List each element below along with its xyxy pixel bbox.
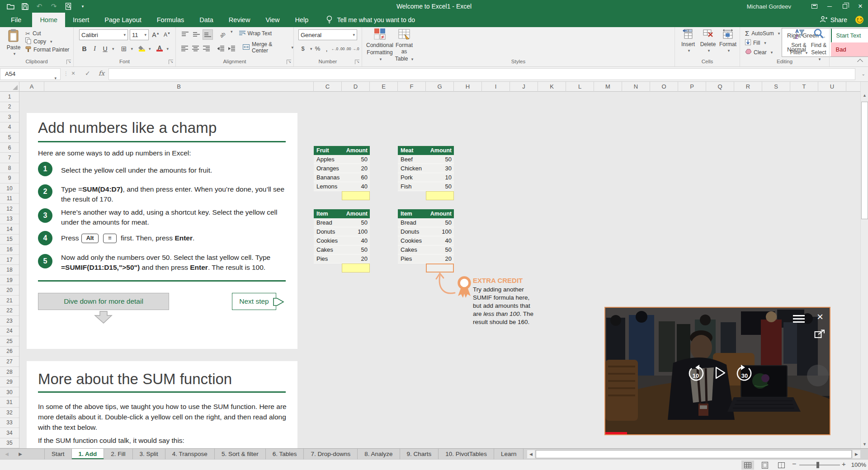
ribbon-tab-review[interactable]: Review — [221, 13, 258, 27]
hscroll-left-icon[interactable]: ◀ — [527, 450, 535, 458]
align-top-icon[interactable] — [180, 29, 190, 40]
expand-formula-bar-icon[interactable]: ⌄ — [862, 71, 865, 76]
sheet-tab-6-tables[interactable]: 6. Tables — [266, 449, 304, 459]
sheet-tab-5-sort-filter[interactable]: 5. Sort & filter — [215, 449, 266, 459]
copy-button[interactable]: Copy▾ — [25, 38, 69, 46]
zoom-in-icon[interactable]: + — [842, 460, 846, 468]
item-name-cell[interactable]: Fish — [398, 182, 426, 191]
amount-cell[interactable]: 60 — [342, 173, 370, 182]
page-layout-view-icon[interactable] — [759, 461, 771, 470]
fill-button[interactable]: Fill▾ — [745, 38, 780, 47]
amount-cell[interactable]: 100 — [426, 227, 454, 236]
find-select-button[interactable]: Find & Select ▾ — [809, 28, 829, 62]
ribbon-tab-insert[interactable]: Insert — [65, 13, 97, 27]
font-name-combo[interactable]: Calibri▾ — [79, 29, 128, 40]
video-rewind-10-icon[interactable]: 10 — [686, 365, 706, 385]
item-name-cell[interactable]: Cookies — [398, 236, 426, 245]
sheet-tab-start[interactable]: Start — [44, 449, 72, 459]
increase-decimal-button[interactable]: ←.0 .00 — [331, 43, 345, 54]
bold-button[interactable]: B — [79, 43, 90, 54]
sheet-tab-3-split[interactable]: 3. Split — [133, 449, 165, 459]
amount-cell[interactable]: 40 — [342, 236, 370, 245]
ribbon-tab-home[interactable]: Home — [32, 13, 65, 27]
save-icon[interactable] — [21, 2, 29, 10]
enter-check-icon[interactable]: ✓ — [85, 70, 90, 77]
ribbon-display-options-icon[interactable] — [807, 0, 822, 13]
amount-cell[interactable]: 50 — [426, 218, 454, 227]
amount-cell[interactable]: 50 — [342, 155, 370, 164]
sort-filter-button[interactable]: AZ Sort & Filter ▾ — [789, 28, 809, 56]
item-name-cell[interactable]: Bread — [314, 218, 342, 227]
amount-cell[interactable]: 50 — [342, 245, 370, 254]
align-left-icon[interactable] — [180, 43, 190, 54]
item-name-cell[interactable]: Bananas — [314, 173, 342, 182]
video-pop-out-icon[interactable] — [814, 329, 825, 340]
font-size-combo[interactable]: 11▾ — [130, 29, 149, 40]
customize-toolbar-icon[interactable]: ▾ — [79, 2, 87, 10]
font-dialog-launcher-icon[interactable]: ↘ — [169, 60, 173, 64]
font-color-icon[interactable]: A — [155, 43, 165, 54]
delete-cells-button[interactable]: Delete▾ — [699, 29, 717, 53]
print-preview-icon[interactable] — [64, 2, 72, 10]
align-bottom-icon[interactable] — [203, 29, 213, 40]
grow-font-button[interactable]: A▲ — [151, 29, 161, 40]
amount-cell[interactable]: 50 — [426, 245, 454, 254]
percent-style-button[interactable]: % — [313, 43, 322, 54]
collapse-ribbon-icon[interactable] — [857, 59, 863, 65]
insert-cells-button[interactable]: Insert▾ — [679, 29, 697, 53]
sheet-nav-right-icon[interactable]: ▶ — [14, 449, 27, 459]
sum-entry-cell-yellow[interactable] — [426, 191, 454, 200]
amount-cell[interactable]: 20 — [342, 164, 370, 173]
number-dialog-launcher-icon[interactable]: ↘ — [355, 60, 359, 64]
sheet-nav-left-icon[interactable]: ◀ — [0, 449, 14, 459]
conditional-formatting-button[interactable]: ≠ Conditional Formatting ▾ — [367, 28, 392, 62]
comma-style-button[interactable]: , — [323, 43, 330, 54]
underline-chevron-icon[interactable]: ▾ — [112, 47, 114, 51]
tell-me-box[interactable]: Tell me what you want to do — [326, 13, 415, 27]
amount-cell[interactable]: 50 — [342, 218, 370, 227]
page-break-view-icon[interactable] — [775, 461, 788, 470]
zoom-slider-track[interactable] — [799, 465, 840, 465]
formula-bar-grip[interactable]: ⋮ — [63, 70, 69, 77]
orientation-icon[interactable]: ab — [217, 29, 228, 40]
item-name-cell[interactable]: Donuts — [398, 227, 426, 236]
horizontal-scroll-thumb[interactable] — [536, 450, 852, 458]
sum-entry-cell-yellow[interactable] — [342, 263, 370, 273]
close-icon[interactable]: × — [853, 0, 868, 13]
fill-color-icon[interactable] — [137, 43, 147, 54]
decrease-indent-icon[interactable] — [216, 43, 226, 54]
sheet-tab-7-drop-downs[interactable]: 7. Drop-downs — [304, 449, 358, 459]
format-as-table-button[interactable]: Format as Table ▾ — [392, 28, 416, 62]
video-player[interactable]: × 10 30 — [604, 307, 830, 435]
insert-function-icon[interactable]: fx — [99, 70, 104, 77]
file-tab[interactable]: File — [0, 13, 32, 27]
next-step-button[interactable]: Next step — [232, 293, 276, 310]
sum-entry-cell-yellow[interactable] — [342, 191, 370, 200]
amount-cell[interactable]: 100 — [342, 227, 370, 236]
amount-cell[interactable]: 40 — [342, 182, 370, 191]
video-menu-icon[interactable] — [793, 315, 805, 325]
cell-style-start-text[interactable]: Start Text — [831, 28, 868, 42]
sheet-tab-9-charts[interactable]: 9. Charts — [400, 449, 439, 459]
video-forward-30-icon[interactable]: 30 — [735, 365, 755, 385]
amount-cell[interactable]: 20 — [342, 254, 370, 263]
ribbon-tab-formulas[interactable]: Formulas — [149, 13, 192, 27]
alignment-dialog-launcher-icon[interactable]: ↘ — [287, 60, 291, 64]
open-icon[interactable] — [6, 2, 14, 10]
clear-button[interactable]: Clear▾ — [745, 47, 780, 57]
align-center-icon[interactable] — [191, 43, 201, 54]
dive-down-button[interactable]: Dive down for more detail — [38, 293, 169, 310]
amount-cell[interactable]: 10 — [426, 173, 454, 182]
sum-entry-cell-selected[interactable] — [426, 263, 454, 273]
align-middle-icon[interactable] — [191, 29, 202, 40]
ribbon-tab-help[interactable]: Help — [288, 13, 316, 27]
paste-button[interactable]: Paste ▾ — [4, 29, 24, 56]
normal-view-icon[interactable] — [741, 461, 754, 470]
video-progress-bar[interactable] — [605, 432, 627, 434]
feedback-smiley-icon[interactable] — [855, 16, 863, 24]
video-play-icon[interactable] — [714, 366, 726, 382]
redo-icon[interactable]: ↷ — [50, 2, 58, 10]
item-name-cell[interactable]: Cakes — [398, 245, 426, 254]
sheet-tab-2-fill[interactable]: 2. Fill — [104, 449, 132, 459]
item-name-cell[interactable]: Apples — [314, 155, 342, 164]
